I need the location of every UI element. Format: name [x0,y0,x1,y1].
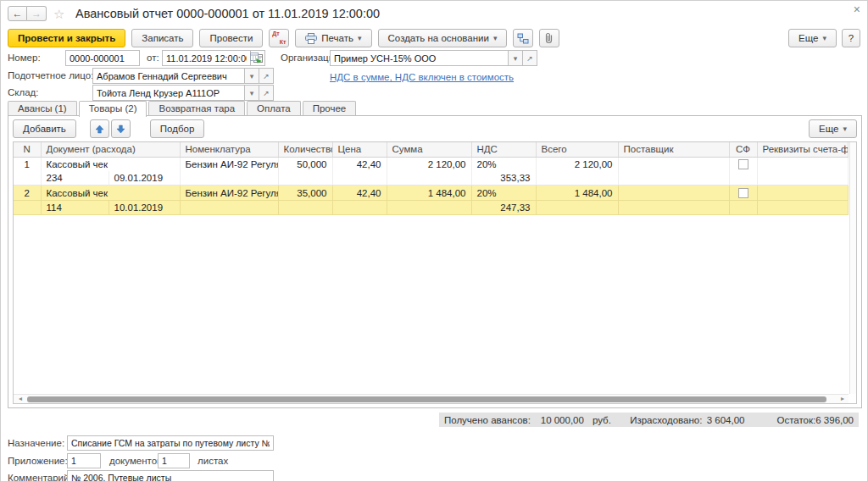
empty-cell [618,171,729,186]
post-button[interactable]: Провести [199,29,263,47]
supplier-cell[interactable] [618,186,729,201]
col-invoice-details[interactable]: Реквизиты счета-фактуры [757,142,849,157]
sum-cell[interactable]: 1 484,00 [387,186,471,201]
vat-amount-cell[interactable]: 247,33 [471,201,536,215]
invoice-cell[interactable] [757,186,849,201]
open-item-icon[interactable]: ↗ [259,85,274,101]
add-row-button[interactable]: Добавить [13,119,76,138]
move-row-down-button[interactable] [111,119,131,138]
warehouse-select[interactable] [92,85,245,101]
price-cell[interactable]: 42,40 [332,157,387,171]
invoice-cell[interactable] [757,157,849,171]
sum-cell[interactable]: 2 120,00 [387,157,471,171]
date-input[interactable] [162,50,251,66]
col-vat[interactable]: НДС [471,142,536,157]
open-item-icon[interactable]: ↗ [259,68,274,84]
items-grid: N Документ (расхода) Номенклатура Количе… [13,141,857,404]
dtkt-postings-button[interactable]: Дт Кт [269,29,289,47]
create-based-on-button[interactable]: Создать на основании ▾ [378,29,508,47]
chevron-down-icon[interactable]: ▾ [245,85,259,101]
chevron-down-icon[interactable]: ▾ [509,50,523,66]
vat-amount-cell[interactable]: 353,33 [471,171,536,186]
doc-type-cell[interactable]: Кассовый чек [41,157,180,171]
row-number-cell[interactable]: 2 [14,186,41,201]
more-button[interactable]: Еще ▾ [788,29,837,47]
pick-items-button[interactable]: Подбор [150,119,205,138]
table-more-button[interactable]: Еще ▾ [809,119,857,138]
back-button[interactable]: ← [8,6,27,21]
empty-cell [757,201,849,215]
sf-cell [729,157,757,171]
tab-vozvratnaya-tara[interactable]: Возвратная тара [148,101,245,116]
total-cell[interactable]: 2 120,00 [536,157,618,171]
col-quantity[interactable]: Количество [278,142,332,157]
vat-settings-link[interactable]: НДС в сумме, НДС включен в стоимость [330,72,514,82]
items-table: N Документ (расхода) Номенклатура Количе… [14,142,849,215]
move-row-up-button[interactable] [90,119,109,138]
spent-label: Израсходовано: [630,415,702,425]
close-icon[interactable]: × [854,3,860,16]
set-current-date-icon[interactable] [248,50,264,66]
tab-prochee[interactable]: Прочее [303,101,357,116]
organization-select[interactable] [330,50,509,66]
empty-cell [536,171,618,186]
advance-report-window: ← → ☆ Авансовый отчет 0000-000001 от 11.… [0,0,868,482]
col-sum[interactable]: Сумма [387,142,471,157]
col-n[interactable]: N [14,142,41,157]
remainder-value: 6 396,00 [815,415,854,425]
favorite-star-icon[interactable]: ☆ [53,7,64,22]
supplier-cell[interactable] [618,157,729,171]
vat-rate-cell[interactable]: 20% [471,157,536,171]
empty-cell [729,171,757,186]
scroll-right-icon[interactable]: ▸ [837,395,848,403]
col-total[interactable]: Всего [536,142,618,157]
related-documents-button[interactable] [513,29,533,47]
vertical-scrollbar[interactable] [849,142,856,394]
docs-count-input[interactable] [67,453,101,468]
col-sf[interactable]: СФ [729,142,757,157]
horizontal-scrollbar-thumb[interactable] [27,396,826,402]
tab-tovary[interactable]: Товары (2) [79,101,147,117]
print-button[interactable]: Печать ▾ [295,29,371,47]
accountable-person-select[interactable] [92,68,245,84]
doc-type-cell[interactable]: Кассовый чек [41,186,180,201]
tab-avansy[interactable]: Авансы (1) [8,101,77,116]
comment-input[interactable] [67,470,274,482]
col-price[interactable]: Цена [332,142,387,157]
nomenclature-cell[interactable]: Бензин АИ-92 Регуляр [180,186,278,201]
date-prefix-label: от: [147,53,159,63]
forward-button[interactable]: → [27,6,47,21]
sf-checkbox[interactable] [738,188,748,198]
post-and-close-button[interactable]: Провести и закрыть [8,29,125,47]
save-button[interactable]: Записать [131,29,193,47]
currency-label: руб. [593,415,613,425]
sf-checkbox[interactable] [738,159,748,169]
tab-oplata[interactable]: Оплата [247,101,301,116]
price-cell[interactable]: 42,40 [332,186,387,201]
doc-number-cell[interactable]: 234 [41,171,108,186]
quantity-cell[interactable]: 50,000 [278,157,332,171]
purpose-input[interactable] [67,435,274,451]
title-bar: ← → ☆ Авансовый отчет 0000-000001 от 11.… [1,1,867,26]
col-document[interactable]: Документ (расхода) [41,142,180,157]
chevron-down-icon[interactable]: ▾ [245,68,259,84]
open-item-icon[interactable]: ↗ [523,50,537,66]
sheets-count-input[interactable] [158,453,190,468]
doc-date-cell[interactable]: 10.01.2019 [108,201,180,215]
quantity-cell[interactable]: 35,000 [278,186,332,201]
col-supplier[interactable]: Поставщик [618,142,729,157]
total-cell[interactable]: 1 484,00 [536,186,618,201]
doc-date-cell[interactable]: 09.01.2019 [108,171,180,186]
help-button[interactable]: ? [842,29,860,47]
nomenclature-cell[interactable]: Бензин АИ-92 Регуляр [180,157,278,171]
horizontal-scrollbar[interactable]: ◂ ▸ [14,394,849,403]
vat-rate-cell[interactable]: 20% [471,186,536,201]
chevron-down-icon: ▾ [843,125,847,133]
scroll-left-icon[interactable]: ◂ [15,395,25,403]
col-nomenclature[interactable]: Номенклатура [180,142,278,157]
row-number-cell[interactable]: 1 [14,157,41,171]
attachments-button[interactable] [539,29,559,47]
doc-number-cell[interactable]: 114 [41,201,108,215]
number-input[interactable] [65,50,140,66]
empty-cell [536,201,618,215]
